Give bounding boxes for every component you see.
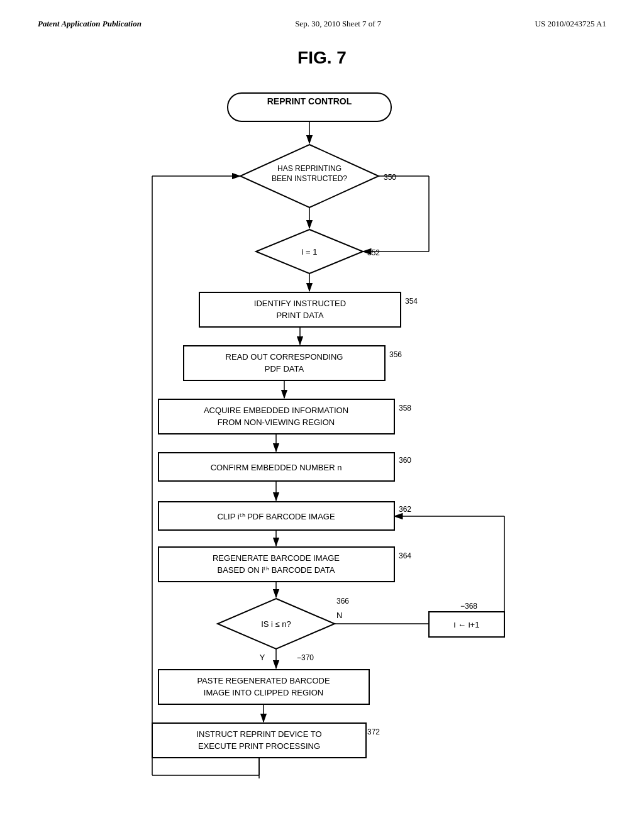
svg-rect-36 (158, 547, 394, 582)
svg-text:BEEN INSTRUCTED?: BEEN INSTRUCTED? (272, 174, 347, 183)
svg-text:−368: −368 (460, 602, 477, 611)
header-left: Patent Application Publication (38, 19, 142, 29)
header-right: US 2010/0243725 A1 (535, 19, 606, 29)
svg-text:CLIP  iᵗʰ  PDF  BARCODE  IMAGE: CLIP iᵗʰ PDF BARCODE IMAGE (217, 512, 335, 521)
svg-text:364: 364 (399, 551, 411, 560)
svg-text:REPRINT   CONTROL: REPRINT CONTROL (267, 96, 352, 106)
svg-text:BASED  ON  iᵗʰ  BARCODE  DATA: BASED ON iᵗʰ BARCODE DATA (218, 565, 335, 575)
svg-text:−370: −370 (297, 653, 314, 662)
svg-text:366: 366 (336, 597, 349, 606)
svg-text:INSTRUCT  REPRINT  DEVICE  TO: INSTRUCT REPRINT DEVICE TO (196, 729, 321, 739)
svg-text:REGENERATE  BARCODE  IMAGE: REGENERATE BARCODE IMAGE (213, 553, 340, 563)
svg-text:PDF  DATA: PDF DATA (265, 364, 304, 374)
flowchart: REPRINT CONTROL HAS REPRINTING BEEN INST… (102, 87, 542, 778)
svg-text:ACQUIRE  EMBEDDED  INFORMATION: ACQUIRE EMBEDDED INFORMATION (204, 406, 348, 415)
svg-rect-54 (158, 670, 369, 704)
svg-text:352: 352 (367, 248, 380, 257)
svg-text:IS  i ≤ n?: IS i ≤ n? (261, 619, 291, 629)
figure-title: FIG. 7 (38, 48, 606, 68)
svg-text:PRINT  DATA: PRINT DATA (276, 311, 323, 320)
svg-text:356: 356 (389, 350, 402, 359)
page: Patent Application Publication Sep. 30, … (0, 0, 644, 830)
svg-text:350: 350 (384, 173, 396, 182)
svg-text:i ← i+1: i ← i+1 (454, 620, 480, 629)
svg-text:360: 360 (399, 456, 411, 465)
svg-rect-13 (199, 292, 401, 327)
svg-text:358: 358 (399, 404, 411, 412)
svg-text:N: N (336, 611, 342, 620)
svg-text:Y: Y (260, 653, 265, 662)
svg-rect-18 (184, 346, 385, 380)
svg-text:IDENTIFY  INSTRUCTED: IDENTIFY INSTRUCTED (254, 299, 346, 308)
svg-text:372: 372 (367, 728, 380, 736)
svg-text:HAS REPRINTING: HAS REPRINTING (277, 164, 341, 173)
svg-text:EXECUTE  PRINT  PROCESSING: EXECUTE PRINT PROCESSING (198, 741, 320, 751)
page-header: Patent Application Publication Sep. 30, … (38, 19, 606, 29)
header-center: Sep. 30, 2010 Sheet 7 of 7 (295, 19, 381, 29)
svg-text:IMAGE  INTO  CLIPPED  REGION: IMAGE INTO CLIPPED REGION (204, 688, 323, 697)
svg-text:FROM  NON-VIEWING  REGION: FROM NON-VIEWING REGION (218, 418, 335, 427)
svg-text:CONFIRM  EMBEDDED  NUMBER  n: CONFIRM EMBEDDED NUMBER n (211, 463, 342, 472)
svg-text:362: 362 (399, 505, 411, 514)
svg-rect-58 (152, 723, 366, 758)
svg-text:354: 354 (405, 297, 418, 306)
svg-text:PASTE  REGENERATED  BARCODE: PASTE REGENERATED BARCODE (197, 676, 330, 685)
svg-text:i = 1: i = 1 (302, 247, 318, 257)
svg-text:READ  OUT  CORRESPONDING: READ OUT CORRESPONDING (226, 352, 343, 362)
svg-rect-23 (158, 399, 394, 434)
